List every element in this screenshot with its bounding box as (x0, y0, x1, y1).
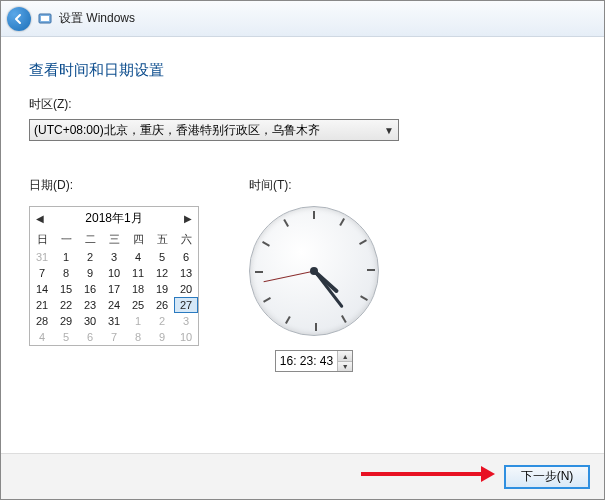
calendar-dow: 四 (126, 230, 150, 249)
calendar-day[interactable]: 29 (54, 313, 78, 329)
page-title: 查看时间和日期设置 (29, 61, 576, 80)
calendar-day[interactable]: 19 (150, 281, 174, 297)
time-spin-down[interactable]: ▼ (338, 361, 352, 371)
title-text: 设置 Windows (59, 10, 135, 27)
back-arrow-icon (13, 13, 25, 25)
calendar-day[interactable]: 14 (30, 281, 54, 297)
timezone-label: 时区(Z): (29, 96, 576, 113)
calendar-dow: 三 (102, 230, 126, 249)
calendar-day[interactable]: 13 (174, 265, 198, 281)
calendar-day[interactable]: 15 (54, 281, 78, 297)
setup-icon (37, 11, 53, 27)
calendar-day[interactable]: 1 (54, 249, 78, 265)
calendar-day[interactable]: 8 (126, 329, 150, 345)
date-label: 日期(D): (29, 177, 199, 194)
calendar-day[interactable]: 23 (78, 297, 102, 313)
calendar-grid: 日一二三四五六311234567891011121314151617181920… (30, 230, 198, 345)
calendar-day[interactable]: 2 (150, 313, 174, 329)
time-column: 时间(T): 16: 23: 43 ▲ ▼ (249, 177, 379, 372)
calendar-day[interactable]: 21 (30, 297, 54, 313)
calendar-dow: 六 (174, 230, 198, 249)
time-label: 时间(T): (249, 177, 379, 194)
calendar-day[interactable]: 31 (30, 249, 54, 265)
calendar-day[interactable]: 26 (150, 297, 174, 313)
calendar-day[interactable]: 12 (150, 265, 174, 281)
calendar-day[interactable]: 22 (54, 297, 78, 313)
calendar-next-button[interactable]: ▶ (184, 213, 192, 224)
calendar-day[interactable]: 7 (30, 265, 54, 281)
calendar-prev-button[interactable]: ◀ (36, 213, 44, 224)
calendar-day[interactable]: 11 (126, 265, 150, 281)
time-spin-up[interactable]: ▲ (338, 351, 352, 361)
content-area: 查看时间和日期设置 时区(Z): (UTC+08:00)北京，重庆，香港特别行政… (1, 37, 604, 453)
analog-clock (249, 206, 379, 336)
calendar-day[interactable]: 18 (126, 281, 150, 297)
time-value: 16: 23: 43 (276, 354, 337, 368)
calendar-month-title: 2018年1月 (85, 210, 142, 227)
calendar-day[interactable]: 2 (78, 249, 102, 265)
calendar-dow: 二 (78, 230, 102, 249)
calendar-day[interactable]: 3 (102, 249, 126, 265)
calendar-day[interactable]: 4 (30, 329, 54, 345)
annotation-arrow-icon (361, 472, 481, 476)
calendar-day[interactable]: 10 (174, 329, 198, 345)
calendar: ◀ 2018年1月 ▶ 日一二三四五六311234567891011121314… (29, 206, 199, 346)
calendar-day[interactable]: 6 (174, 249, 198, 265)
calendar-day[interactable]: 5 (150, 249, 174, 265)
calendar-day[interactable]: 8 (54, 265, 78, 281)
calendar-day[interactable]: 1 (126, 313, 150, 329)
calendar-day[interactable]: 31 (102, 313, 126, 329)
chevron-down-icon: ▼ (384, 125, 394, 136)
back-button[interactable] (7, 7, 31, 31)
next-button[interactable]: 下一步(N) (504, 465, 590, 489)
time-input[interactable]: 16: 23: 43 ▲ ▼ (275, 350, 353, 372)
time-spinner: ▲ ▼ (337, 351, 352, 371)
calendar-day[interactable]: 30 (78, 313, 102, 329)
calendar-day[interactable]: 24 (102, 297, 126, 313)
calendar-dow: 五 (150, 230, 174, 249)
clock-hub (310, 267, 318, 275)
calendar-day[interactable]: 16 (78, 281, 102, 297)
calendar-day[interactable]: 9 (78, 265, 102, 281)
calendar-day[interactable]: 25 (126, 297, 150, 313)
timezone-select[interactable]: (UTC+08:00)北京，重庆，香港特别行政区，乌鲁木齐 ▼ (29, 119, 399, 141)
next-button-label: 下一步(N) (521, 468, 574, 485)
clock-second-hand (263, 271, 314, 283)
timezone-value: (UTC+08:00)北京，重庆，香港特别行政区，乌鲁木齐 (34, 122, 320, 139)
calendar-day[interactable]: 5 (54, 329, 78, 345)
calendar-day[interactable]: 9 (150, 329, 174, 345)
clock-minute-hand (313, 270, 344, 308)
window: 设置 Windows 查看时间和日期设置 时区(Z): (UTC+08:00)北… (0, 0, 605, 500)
calendar-day[interactable]: 27 (174, 297, 198, 313)
calendar-day[interactable]: 10 (102, 265, 126, 281)
calendar-day[interactable]: 6 (78, 329, 102, 345)
calendar-day[interactable]: 3 (174, 313, 198, 329)
calendar-day[interactable]: 7 (102, 329, 126, 345)
date-column: 日期(D): ◀ 2018年1月 ▶ 日一二三四五六31123456789101… (29, 177, 199, 372)
svg-rect-1 (41, 16, 49, 21)
calendar-dow: 日 (30, 230, 54, 249)
calendar-dow: 一 (54, 230, 78, 249)
calendar-day[interactable]: 20 (174, 281, 198, 297)
calendar-day[interactable]: 17 (102, 281, 126, 297)
calendar-day[interactable]: 28 (30, 313, 54, 329)
calendar-day[interactable]: 4 (126, 249, 150, 265)
footer: 下一步(N) (1, 453, 604, 499)
titlebar: 设置 Windows (1, 1, 604, 37)
